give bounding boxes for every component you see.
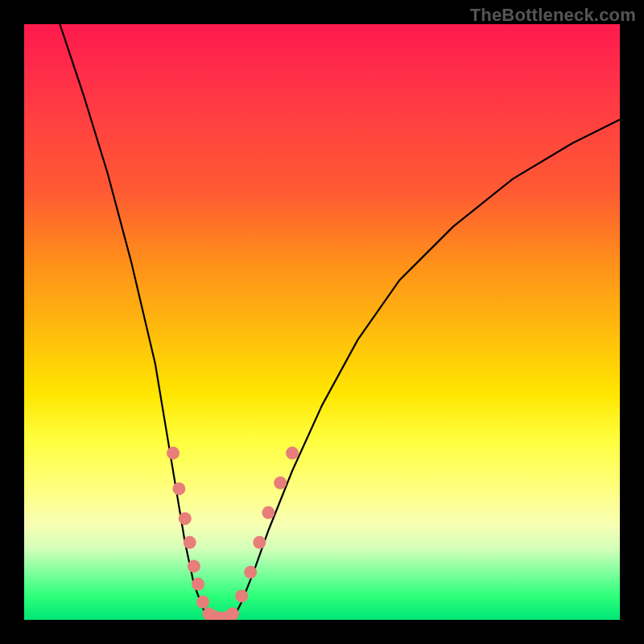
data-bead (235, 589, 248, 602)
curve-layer (24, 24, 620, 620)
data-bead (253, 536, 266, 549)
data-bead (172, 482, 185, 495)
data-bead (184, 536, 196, 549)
data-bead (274, 477, 287, 489)
chart-stage: TheBottleneck.com (0, 0, 644, 644)
data-bead (196, 596, 209, 609)
data-bead (262, 506, 275, 519)
data-bead (192, 578, 204, 591)
watermark-text: TheBottleneck.com (470, 5, 636, 26)
data-bead (167, 447, 180, 460)
data-bead (244, 566, 257, 579)
data-bead (179, 512, 192, 525)
plot-area (24, 24, 620, 620)
data-bead (188, 559, 200, 572)
data-bead (226, 608, 239, 620)
bottleneck-curve (60, 24, 620, 620)
data-bead (286, 447, 299, 460)
